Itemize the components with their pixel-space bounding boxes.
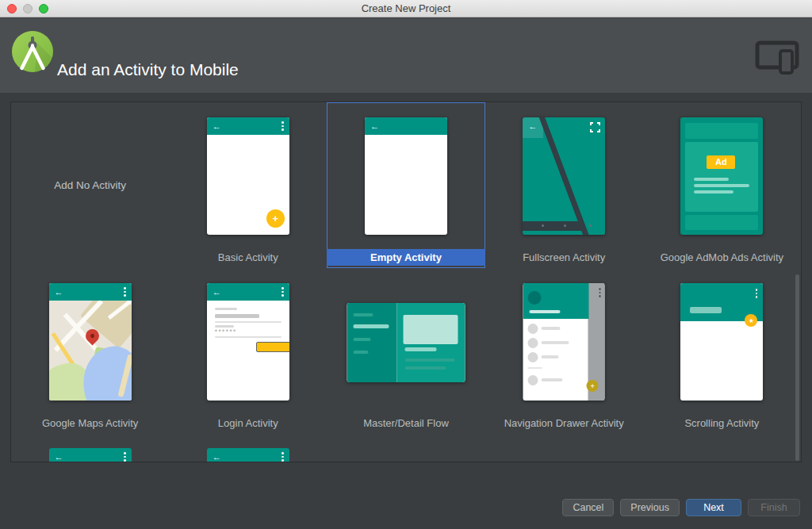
detail-line — [404, 358, 454, 362]
wizard-footer: Cancel Previous Next Finish — [562, 499, 800, 516]
text-line — [694, 184, 749, 187]
activity-card-navigation-drawer-activity[interactable]: + Navigation Drawer Activity — [485, 268, 643, 434]
maps-activity-preview: ← — [49, 283, 132, 401]
activity-card-master-detail-flow[interactable]: Master/Detail Flow — [327, 268, 485, 434]
admob-activity-preview: Ad — [680, 117, 763, 235]
fab-star-icon: ★ — [745, 314, 757, 327]
text-line — [694, 190, 733, 194]
drawer-header-line — [530, 310, 561, 313]
card-label: Add No Activity — [11, 179, 169, 191]
fab-plus-icon: + — [587, 380, 599, 392]
back-arrow-icon: ← — [213, 453, 221, 462]
login-activity-preview: ← •••••• — [207, 283, 289, 401]
overflow-menu-icon — [124, 452, 126, 462]
drawer-divider — [528, 367, 542, 369]
create-new-project-dialog: Create New Project Add an Activity to Mo… — [0, 0, 812, 529]
fullscreen-activity-preview: ← — [523, 117, 605, 235]
activity-card-partial-1[interactable]: ← — [11, 434, 169, 462]
overflow-menu-icon — [282, 287, 284, 297]
drawer-item-line — [542, 341, 569, 344]
detail-line — [404, 366, 446, 370]
list-line — [353, 313, 373, 316]
window-titlebar: Create New Project — [0, 0, 812, 17]
preview-content-panel: Ad — [685, 142, 758, 212]
activity-card-google-maps-activity[interactable]: ← — [11, 268, 169, 434]
activity-card-google-admob-ads-activity[interactable]: Ad Google AdMob Ads Activity — [643, 102, 801, 268]
overflow-menu-icon — [756, 289, 758, 298]
previous-button[interactable]: Previous — [620, 499, 680, 516]
list-line — [353, 351, 368, 354]
drawer-item-icon — [528, 338, 538, 348]
overflow-menu-icon — [282, 452, 284, 462]
preview-app-bar: ← — [207, 117, 289, 135]
next-button[interactable]: Next — [686, 499, 741, 516]
detail-line — [404, 347, 436, 351]
card-label: Google AdMob Ads Activity — [643, 249, 801, 266]
card-label: Google Maps Activity — [11, 415, 169, 431]
field-value — [215, 314, 259, 318]
preview-app-bar: ← — [365, 117, 447, 135]
back-arrow-icon: ← — [528, 122, 537, 131]
password-dots: •••••• — [215, 327, 237, 335]
detail-image-placeholder — [403, 315, 458, 344]
finish-button-disabled: Finish — [748, 499, 800, 516]
android-studio-logo-icon — [11, 30, 54, 73]
card-label: Login Activity — [169, 415, 327, 431]
activity-gallery-panel: Add No Activity ← + Basic Activity ← — [10, 102, 802, 462]
preview-app-bar: ← — [49, 283, 132, 301]
partial-card-preview: ← — [49, 448, 132, 462]
card-label: Navigation Drawer Activity — [485, 415, 643, 431]
field-underline — [215, 321, 282, 323]
back-arrow-icon: ← — [213, 122, 221, 131]
preview-bottom-strip — [685, 215, 758, 230]
list-line-selected — [353, 324, 389, 328]
fullscreen-icon — [590, 122, 600, 132]
nav-dot — [589, 224, 592, 227]
toolbar-title-line — [690, 307, 722, 313]
nav-drawer-preview: + — [523, 283, 605, 401]
activity-card-basic-activity[interactable]: ← + Basic Activity — [169, 102, 327, 268]
preview-app-bar: ← — [207, 283, 289, 301]
basic-activity-preview: ← + — [207, 117, 289, 235]
nav-dot — [542, 224, 544, 227]
cancel-button[interactable]: Cancel — [562, 499, 614, 516]
drawer-item-icon — [528, 324, 538, 334]
overflow-menu-icon — [599, 288, 601, 297]
empty-activity-preview: ← — [365, 117, 447, 235]
activity-card-add-no-activity[interactable]: Add No Activity — [11, 102, 169, 268]
activity-card-partial-2[interactable]: ← — [169, 434, 327, 462]
activity-card-login-activity[interactable]: ← •••••• Login Activity — [169, 268, 327, 434]
partial-card-preview: ← — [207, 448, 289, 462]
card-label: Master/Detail Flow — [327, 415, 485, 431]
window-title: Create New Project — [0, 0, 812, 17]
drawer-header — [523, 283, 589, 319]
gallery-row-3-partial: ← ← — [11, 434, 801, 462]
drawer-item-line — [542, 355, 559, 358]
back-arrow-icon: ← — [370, 122, 379, 131]
card-label: Basic Activity — [169, 249, 327, 266]
back-arrow-icon: ← — [55, 453, 63, 462]
list-line — [353, 338, 370, 341]
gallery-row-1: Add No Activity ← + Basic Activity ← — [11, 102, 801, 268]
card-label-selected: Empty Activity — [327, 249, 485, 266]
text-line — [694, 178, 729, 181]
gallery-row-2: ← — [11, 268, 801, 434]
activity-card-scrolling-activity[interactable]: ★ Scrolling Activity — [643, 268, 801, 434]
card-label: Fullscreen Activity — [485, 249, 643, 266]
drawer-item-icon — [528, 375, 538, 385]
wizard-header: Add an Activity to Mobile — [0, 17, 812, 93]
activity-card-fullscreen-activity[interactable]: ← Fullscreen Activity — [485, 102, 643, 268]
overflow-menu-icon — [124, 287, 126, 297]
scrollbar-thumb[interactable] — [795, 274, 799, 461]
field-underline — [215, 336, 282, 338]
field-label — [215, 308, 237, 310]
fab-plus-icon: + — [266, 209, 285, 228]
master-detail-preview — [347, 303, 465, 382]
diagonal-stripe — [538, 117, 592, 235]
preview-top-strip — [685, 123, 758, 139]
nav-dot — [564, 224, 566, 227]
drawer-item-icon — [528, 352, 538, 362]
drawer-item-line — [542, 378, 563, 381]
activity-card-empty-activity[interactable]: ← Empty Activity — [327, 102, 485, 268]
map-preview — [49, 301, 132, 401]
